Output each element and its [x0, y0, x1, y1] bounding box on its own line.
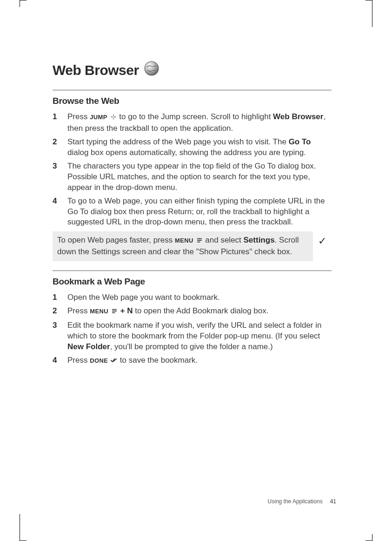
crop-mark — [372, 0, 372, 27]
page-title: Web Browser — [53, 61, 332, 80]
step-body: Start typing the address of the Web page… — [67, 137, 332, 158]
title-text: Web Browser — [53, 62, 139, 78]
list-item: 1 Open the Web page you want to bookmark… — [53, 292, 332, 303]
page-content: Web Browser Browse the Web 1 — [53, 61, 332, 371]
svg-rect-6 — [197, 238, 202, 239]
svg-point-4 — [111, 116, 112, 117]
step-number: 2 — [53, 137, 67, 148]
svg-rect-10 — [112, 311, 117, 311]
step-number: 3 — [53, 161, 67, 172]
menu-icon — [111, 307, 118, 318]
steps-list-browse: 1 Press JUMP to go to the Jump screen. S… — [53, 112, 332, 228]
step-number: 4 — [53, 355, 67, 366]
svg-point-0 — [145, 61, 159, 75]
step-number: 2 — [53, 306, 67, 317]
menu-icon — [196, 236, 203, 247]
bold-settings: Settings — [244, 236, 275, 244]
divider — [53, 270, 332, 271]
svg-rect-11 — [112, 312, 115, 313]
step-body: Press DONE to save the bookmark. — [67, 355, 332, 367]
list-item: 3 Edit the bookmark name if you wish, ve… — [53, 320, 332, 352]
step-body: Edit the bookmark name if you wish, veri… — [67, 320, 332, 352]
menu-key-label: MENU — [175, 237, 193, 244]
crop-mark — [372, 534, 372, 541]
steps-list-bookmark: 1 Open the Web page you want to bookmark… — [53, 292, 332, 367]
crop-mark — [365, 0, 372, 0]
done-key-label: DONE — [90, 357, 108, 364]
bold-go-to: Go To — [289, 137, 311, 146]
jump-icon — [110, 113, 117, 123]
step-number: 4 — [53, 196, 67, 207]
svg-point-3 — [113, 118, 114, 119]
done-icon — [111, 356, 117, 367]
crop-mark — [20, 514, 20, 541]
svg-rect-9 — [112, 309, 117, 310]
svg-point-5 — [115, 116, 116, 117]
step-number: 1 — [53, 112, 67, 122]
step-number: 3 — [53, 320, 67, 331]
list-item: 2 Press MENU + N to open the Add Bookmar… — [53, 306, 332, 318]
step-body: Press MENU + N to open the Add Bookmark … — [67, 306, 332, 318]
svg-rect-8 — [197, 242, 200, 243]
jump-key-label: JUMP — [90, 114, 107, 121]
page-footer: Using the Applications 41 — [268, 498, 336, 505]
crop-mark — [20, 0, 20, 7]
tip-box: To open Web pages faster, press MENU and… — [53, 231, 313, 261]
globe-icon — [144, 61, 159, 80]
section-heading-bookmark: Bookmark a Web Page — [53, 277, 332, 287]
divider — [53, 90, 332, 90]
svg-rect-7 — [197, 240, 202, 241]
step-body: To go to a Web page, you can either fini… — [67, 196, 332, 228]
list-item: 4 Press DONE to save the bookmark. — [53, 355, 332, 367]
bold-new-folder: New Folder — [67, 342, 110, 351]
section-heading-browse: Browse the Web — [53, 96, 332, 106]
list-item: 1 Press JUMP to go to the Jump screen. S… — [53, 112, 332, 134]
step-body: Press JUMP to go to the Jump screen. Scr… — [67, 112, 332, 134]
footer-section: Using the Applications — [268, 498, 323, 505]
list-item: 4 To go to a Web page, you can either fi… — [53, 196, 332, 228]
tip-row: To open Web pages faster, press MENU and… — [53, 231, 332, 261]
step-body: The characters you type appear in the to… — [67, 161, 332, 193]
step-body: Open the Web page you want to bookmark. — [67, 292, 332, 303]
list-item: 3 The characters you type appear in the … — [53, 161, 332, 193]
crop-mark — [20, 0, 27, 0]
bold-web-browser: Web Browser — [273, 112, 323, 121]
page-number: 41 — [330, 498, 336, 505]
svg-point-1 — [113, 116, 114, 118]
menu-key-label: MENU — [90, 308, 108, 315]
checkmark-icon: ✓ — [313, 231, 332, 247]
svg-point-2 — [113, 115, 114, 115]
list-item: 2 Start typing the address of the Web pa… — [53, 137, 332, 158]
step-number: 1 — [53, 292, 67, 303]
plus-n-label: + N — [118, 306, 133, 315]
